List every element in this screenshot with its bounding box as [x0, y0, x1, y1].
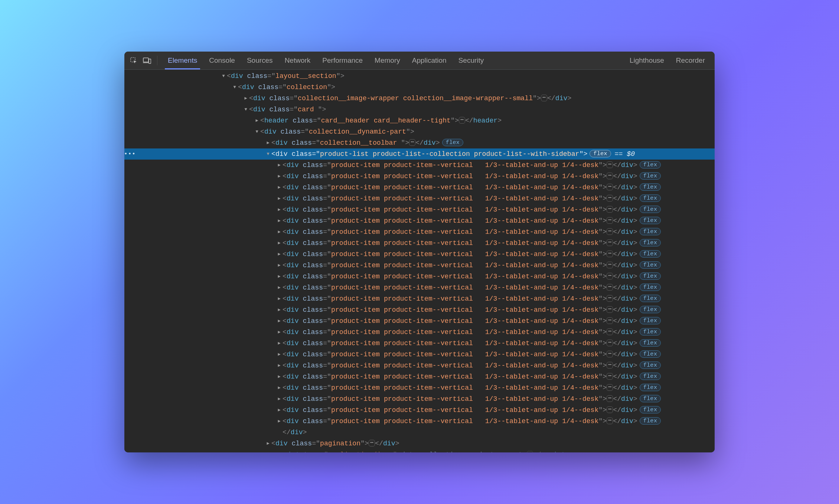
- flex-badge[interactable]: flex: [640, 361, 661, 369]
- dom-tree-node[interactable]: <div class="product-item product-item--v…: [136, 304, 715, 315]
- disclosure-collapsed-icon[interactable]: [277, 304, 282, 315]
- disclosure-collapsed-icon[interactable]: [277, 160, 282, 171]
- dom-tree-node[interactable]: <div class="product-item product-item--v…: [136, 416, 715, 427]
- expand-ellipsis-icon[interactable]: ⋯: [607, 395, 613, 402]
- flex-badge[interactable]: flex: [640, 206, 661, 213]
- dom-tree-node[interactable]: <div class="product-item product-item--v…: [136, 249, 715, 260]
- flex-badge[interactable]: flex: [640, 295, 661, 302]
- dom-tree-node[interactable]: <div class="product-item product-item--v…: [136, 293, 715, 304]
- disclosure-collapsed-icon[interactable]: [277, 226, 282, 238]
- flex-badge[interactable]: flex: [590, 150, 611, 157]
- disclosure-collapsed-icon[interactable]: [277, 315, 282, 327]
- dom-tree-node[interactable]: <header class="card__header card__header…: [136, 115, 715, 126]
- tab-lighthouse[interactable]: Lighthouse: [624, 52, 670, 69]
- device-toolbar-icon[interactable]: [141, 55, 153, 66]
- disclosure-collapsed-icon[interactable]: [277, 204, 282, 215]
- disclosure-collapsed-icon[interactable]: [254, 115, 259, 126]
- tab-application[interactable]: Application: [406, 52, 453, 69]
- tab-network[interactable]: Network: [279, 52, 317, 69]
- expand-ellipsis-icon[interactable]: ⋯: [541, 95, 547, 101]
- disclosure-collapsed-icon[interactable]: [277, 360, 282, 371]
- dom-tree-node[interactable]: </div>: [136, 427, 715, 438]
- dom-tree-node[interactable]: <div class="collection">: [136, 82, 715, 93]
- dom-tree-node[interactable]: <div class="product-item product-item--v…: [136, 182, 715, 193]
- expand-ellipsis-icon[interactable]: ⋯: [527, 451, 533, 452]
- flex-badge[interactable]: flex: [640, 395, 661, 402]
- disclosure-collapsed-icon[interactable]: [277, 260, 282, 271]
- dom-tree-node[interactable]: <div class="product-item product-item--v…: [136, 327, 715, 338]
- flex-badge[interactable]: flex: [640, 172, 661, 180]
- disclosure-expanded-icon[interactable]: [243, 104, 248, 115]
- disclosure-collapsed-icon[interactable]: [277, 371, 282, 382]
- expand-ellipsis-icon[interactable]: ⋯: [369, 440, 375, 446]
- dom-tree-node[interactable]: <div class="product-item product-item--v…: [136, 204, 715, 215]
- dom-tree-node[interactable]: <div class="product-item product-item--v…: [136, 371, 715, 382]
- expand-ellipsis-icon[interactable]: ⋯: [607, 317, 613, 324]
- expand-ellipsis-icon[interactable]: ⋯: [607, 228, 613, 235]
- flex-badge[interactable]: flex: [640, 350, 661, 358]
- flex-badge[interactable]: flex: [640, 161, 661, 168]
- dom-tree-node[interactable]: <div class="product-item product-item--v…: [136, 193, 715, 204]
- flex-badge[interactable]: flex: [640, 272, 661, 280]
- expand-ellipsis-icon[interactable]: ⋯: [607, 362, 613, 369]
- flex-badge[interactable]: flex: [640, 284, 661, 291]
- flex-badge[interactable]: flex: [640, 261, 661, 269]
- expand-ellipsis-icon[interactable]: ⋯: [409, 139, 415, 146]
- dom-tree-node[interactable]: <div class="product-item product-item--v…: [136, 382, 715, 393]
- expand-ellipsis-icon[interactable]: ⋯: [607, 239, 613, 246]
- dom-tree-node[interactable]: <div class="product-item product-item--v…: [136, 349, 715, 360]
- dom-tree-node[interactable]: <div class="collection__dynamic-part">: [136, 126, 715, 137]
- expand-ellipsis-icon[interactable]: ⋯: [607, 251, 613, 257]
- disclosure-expanded-icon[interactable]: [254, 126, 259, 137]
- expand-ellipsis-icon[interactable]: ⋯: [607, 217, 613, 224]
- disclosure-collapsed-icon[interactable]: [277, 182, 282, 193]
- dom-tree-node[interactable]: <div class="product-item product-item--v…: [136, 271, 715, 282]
- expand-ellipsis-icon[interactable]: ⋯: [607, 406, 613, 413]
- expand-ellipsis-icon[interactable]: ⋯: [607, 273, 613, 279]
- dom-tree-node[interactable]: <div class="layout__section">: [136, 71, 715, 82]
- disclosure-collapsed-icon[interactable]: [277, 416, 282, 427]
- flex-badge[interactable]: flex: [640, 228, 661, 235]
- dom-tree-node[interactable]: <div class="product-item product-item--v…: [136, 238, 715, 249]
- expand-ellipsis-icon[interactable]: ⋯: [607, 262, 613, 268]
- expand-ellipsis-icon[interactable]: ⋯: [607, 206, 613, 213]
- flex-badge[interactable]: flex: [640, 217, 661, 224]
- flex-badge[interactable]: flex: [640, 328, 661, 336]
- flex-badge[interactable]: flex: [640, 250, 661, 258]
- tab-recorder[interactable]: Recorder: [670, 52, 711, 69]
- tab-security[interactable]: Security: [453, 52, 490, 69]
- disclosure-collapsed-icon[interactable]: [277, 393, 282, 405]
- dom-tree-node[interactable]: <div class="product-item product-item--v…: [136, 393, 715, 405]
- tab-elements[interactable]: Elements: [162, 52, 203, 69]
- disclosure-collapsed-icon[interactable]: [277, 249, 282, 260]
- flex-badge[interactable]: flex: [640, 317, 661, 324]
- disclosure-collapsed-icon[interactable]: [277, 382, 282, 393]
- dom-tree-node[interactable]: <div class="product-item product-item--v…: [136, 160, 715, 171]
- expand-ellipsis-icon[interactable]: ⋯: [607, 340, 613, 346]
- disclosure-collapsed-icon[interactable]: [277, 193, 282, 204]
- flex-badge[interactable]: flex: [442, 139, 463, 146]
- expand-ellipsis-icon[interactable]: ⋯: [459, 117, 465, 124]
- disclosure-collapsed-icon[interactable]: [265, 438, 271, 449]
- flex-badge[interactable]: flex: [640, 339, 661, 347]
- dom-tree-node[interactable]: <div class="product-item product-item--v…: [136, 315, 715, 327]
- dom-tree-node[interactable]: <div class="pagination"> ⋯ </div>: [136, 438, 715, 449]
- dom-tree-node[interactable]: <div class="product-item product-item--v…: [136, 282, 715, 293]
- flex-badge[interactable]: flex: [640, 417, 661, 425]
- flex-badge[interactable]: flex: [640, 406, 661, 413]
- dom-tree-node[interactable]: <div class="product-item product-item--v…: [136, 405, 715, 416]
- disclosure-collapsed-icon[interactable]: [265, 137, 271, 148]
- dom-tree-node[interactable]: <div class="product-list product-list--c…: [136, 148, 715, 160]
- disclosure-collapsed-icon[interactable]: [277, 282, 282, 293]
- flex-badge[interactable]: flex: [640, 194, 661, 202]
- tab-sources[interactable]: Sources: [241, 52, 279, 69]
- expand-ellipsis-icon[interactable]: ⋯: [607, 295, 613, 302]
- disclosure-collapsed-icon[interactable]: [243, 93, 248, 104]
- expand-ellipsis-icon[interactable]: ⋯: [607, 284, 613, 291]
- inspect-element-icon[interactable]: [128, 55, 139, 66]
- dom-tree-node[interactable]: <div class="collection__toolbar "> ⋯ </d…: [136, 137, 715, 148]
- tab-console[interactable]: Console: [203, 52, 241, 69]
- disclosure-collapsed-icon[interactable]: [277, 349, 282, 360]
- disclosure-collapsed-icon[interactable]: [277, 293, 282, 304]
- dom-tree-node[interactable]: <div class="product-item product-item--v…: [136, 226, 715, 238]
